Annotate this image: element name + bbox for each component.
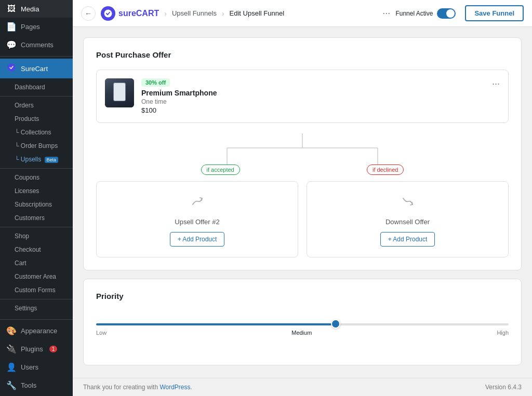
sidebar-item-customers[interactable]: Customers <box>0 211 73 225</box>
sidebar-label-comments: Comments <box>21 41 54 49</box>
sidebar-label-licenses: Licenses <box>15 187 39 195</box>
divider-6 <box>0 319 73 320</box>
sidebar-item-checkout[interactable]: Checkout <box>0 243 73 256</box>
slider-labels: Low Medium High <box>96 330 509 336</box>
upsell-branch-box: Upsell Offer #2 + Add Product <box>96 181 298 257</box>
funnel-active-label: Funnel Active <box>395 10 433 17</box>
media-icon: 🖼 <box>6 4 17 13</box>
logo-icon <box>101 6 115 21</box>
sidebar-label-settings-sc: Settings <box>15 305 37 312</box>
accepted-label: if accepted <box>201 165 240 175</box>
offer-box: 30% off Premium Smartphone One time $100… <box>96 70 509 123</box>
sidebar-item-orderbumps[interactable]: └ Order Bumps <box>0 139 73 153</box>
sidebar-item-users[interactable]: 👤 Users <box>0 358 73 376</box>
slider-label-high: High <box>497 330 509 336</box>
sidebar-item-subscriptions[interactable]: Subscriptions <box>0 198 73 211</box>
offer-info: 30% off Premium Smartphone One time $100 <box>141 78 217 114</box>
sidebar-item-upsells[interactable]: └ Upsells Beta <box>0 153 73 166</box>
sidebar-label-pages: Pages <box>21 23 40 31</box>
footer-text: Thank you for creating with WordPress. <box>83 384 192 391</box>
tools-icon: 🔧 <box>6 380 17 390</box>
post-purchase-title: Post Purchase Offer <box>96 50 509 59</box>
post-purchase-card: Post Purchase Offer 30% off Premium Smar… <box>83 37 522 270</box>
sidebar-label-orderbumps: └ Order Bumps <box>15 142 58 149</box>
more-options-button[interactable]: ··· <box>382 8 390 19</box>
upsell-add-product-button[interactable]: + Add Product <box>170 232 225 247</box>
slider-thumb[interactable] <box>331 319 340 329</box>
funnel-active-toggle[interactable] <box>437 8 456 19</box>
sidebar-item-shop[interactable]: Shop <box>0 229 73 243</box>
sidebar-item-pages[interactable]: 📄 Pages <box>0 18 73 36</box>
back-button[interactable]: ← <box>81 6 96 21</box>
downsell-add-product-button[interactable]: + Add Product <box>380 232 435 247</box>
divider-4 <box>0 227 73 227</box>
offer-more-button[interactable]: ··· <box>492 78 500 89</box>
sidebar-item-plugins[interactable]: 🔌 Plugins 1 <box>0 340 73 358</box>
sidebar-label-collections: └ Collections <box>15 129 51 136</box>
sidebar-item-collections[interactable]: └ Collections <box>0 126 73 139</box>
sidebar-item-products[interactable]: Products <box>0 112 73 126</box>
divider-2 <box>0 96 73 97</box>
save-funnel-button[interactable]: Save Funnel <box>465 5 524 21</box>
pages-icon: 📄 <box>6 22 17 32</box>
sidebar-item-coupons[interactable]: Coupons <box>0 171 73 184</box>
svg-point-0 <box>8 64 16 72</box>
sidebar-label-media: Media <box>21 5 39 13</box>
sidebar-item-settings-surecart[interactable]: Settings <box>0 302 73 315</box>
sidebar-label-customer-area: Customer Area <box>15 273 56 280</box>
offer-image <box>105 78 134 107</box>
slider-label-medium: Medium <box>291 330 312 336</box>
sidebar-label-custom-forms: Custom Forms <box>15 286 56 294</box>
sidebar-item-surecart[interactable]: SureCart <box>0 59 73 78</box>
upsell-icon <box>190 194 205 212</box>
comments-icon: 💬 <box>6 40 17 50</box>
sidebar-label-surecart: SureCart <box>21 65 48 73</box>
sidebar-item-licenses[interactable]: Licenses <box>0 184 73 198</box>
offer-branches: Upsell Offer #2 + Add Product Downsell O… <box>96 181 509 257</box>
sidebar-item-dashboard[interactable]: Dashboard <box>0 80 73 94</box>
sidebar-item-orders[interactable]: Orders <box>0 99 73 112</box>
offer-price: $100 <box>141 106 217 114</box>
sidebar-label-shop: Shop <box>15 233 29 240</box>
footer-wordpress-link[interactable]: WordPress <box>159 384 190 391</box>
sidebar-label-customers: Customers <box>15 214 45 222</box>
plugins-icon: 🔌 <box>6 344 17 354</box>
sidebar-label-upsells: └ Upsells <box>15 156 41 163</box>
sidebar-label-dashboard: Dashboard <box>15 84 45 91</box>
divider-3 <box>0 168 73 169</box>
sidebar-item-comments[interactable]: 💬 Comments <box>0 36 73 54</box>
main-area: ← sureCART › Upsell Funnels › Edit Upsel… <box>73 0 532 396</box>
sidebar-label-coupons: Coupons <box>15 174 39 181</box>
breadcrumb-sep1: › <box>164 9 167 18</box>
sidebar-item-customer-area[interactable]: Customer Area <box>0 270 73 283</box>
declined-label: if declined <box>367 165 404 175</box>
downsell-branch-name: Downsell Offer <box>385 218 430 226</box>
breadcrumb-upsell-funnels[interactable]: Upsell Funnels <box>172 9 217 17</box>
offer-name: Premium Smartphone <box>141 89 217 97</box>
sidebar-label-products: Products <box>15 115 39 122</box>
sidebar-label-tools: Tools <box>21 381 36 389</box>
footer: Thank you for creating with WordPress. V… <box>73 378 532 396</box>
sidebar-label-checkout: Checkout <box>15 246 41 253</box>
sidebar-item-appearance[interactable]: 🎨 Appearance <box>0 322 73 340</box>
offer-type: One time <box>141 98 217 105</box>
plugins-badge: 1 <box>49 346 58 352</box>
footer-version: Version 6.4.3 <box>485 384 522 391</box>
surecart-logo: sureCART <box>101 6 159 21</box>
sidebar-label-users: Users <box>21 363 38 371</box>
breadcrumb-sep2: › <box>222 9 224 18</box>
content-area: Post Purchase Offer 30% off Premium Smar… <box>73 27 532 378</box>
priority-slider-wrap: Low Medium High <box>96 315 509 348</box>
slider-fill <box>96 323 336 325</box>
sidebar-label-cart: Cart <box>15 260 26 267</box>
surecart-icon <box>6 63 17 74</box>
logo-text: sureCART <box>118 9 159 18</box>
sidebar-item-tools[interactable]: 🔧 Tools <box>0 376 73 394</box>
sidebar-item-custom-forms[interactable]: Custom Forms <box>0 283 73 297</box>
topbar: ← sureCART › Upsell Funnels › Edit Upsel… <box>73 0 532 27</box>
sidebar-label-plugins: Plugins <box>21 345 43 353</box>
sidebar-item-media[interactable]: 🖼 Media <box>0 0 73 18</box>
users-icon: 👤 <box>6 362 17 372</box>
sidebar-item-cart[interactable]: Cart <box>0 256 73 270</box>
discount-badge: 30% off <box>141 78 170 87</box>
